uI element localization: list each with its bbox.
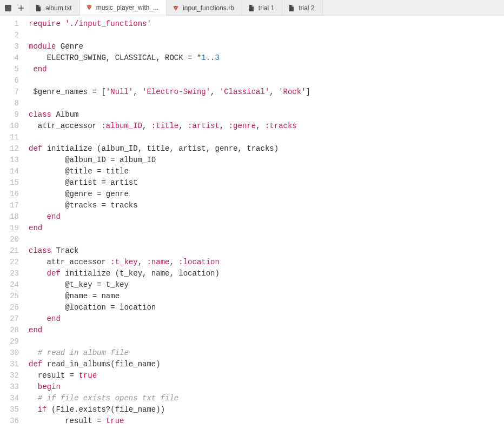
line-number: 21 — [5, 245, 19, 257]
token-kw: end — [47, 212, 61, 221]
code-line[interactable]: class Album — [29, 109, 504, 120]
token-at: @t_key — [65, 280, 92, 289]
tab-4[interactable]: trial 2 — [282, 0, 322, 16]
token-at: @location — [65, 303, 106, 312]
line-number: 11 — [5, 132, 19, 143]
ruby-icon — [85, 4, 93, 11]
code-line[interactable]: @artist = artist — [29, 177, 504, 189]
code-line[interactable]: end — [29, 211, 504, 223]
token-kw: def — [29, 144, 42, 153]
code-line[interactable]: begin — [29, 381, 504, 393]
code-line[interactable]: $genre_names = ['Null', 'Electro-Swing',… — [29, 86, 504, 98]
token-pl: , — [210, 88, 220, 96]
token-kw: if — [38, 405, 47, 414]
code-line[interactable]: attr_accessor :album_ID, :title, :artist… — [29, 120, 504, 132]
token-kw: require — [29, 19, 61, 28]
code-line[interactable]: end — [29, 64, 504, 75]
token-pl: = album_ID — [106, 156, 156, 164]
line-number: 15 — [5, 177, 19, 189]
code-line[interactable]: end — [29, 325, 504, 336]
code-line[interactable]: end — [29, 313, 504, 325]
code-line[interactable]: @title = title — [29, 166, 504, 177]
code-line[interactable]: @tracks = tracks — [29, 200, 504, 211]
code-line[interactable]: # if file exists opens txt file — [29, 393, 504, 404]
token-pl — [29, 269, 47, 278]
code-line[interactable]: ELECTRO_SWING, CLASSICAL, ROCK = *1..3 — [29, 52, 504, 64]
token-str: 'Electro-Swing' — [142, 88, 210, 96]
token-pl: (File.exists?(file_name)) — [47, 405, 165, 414]
code-line[interactable]: end — [29, 223, 504, 234]
line-number: 16 — [5, 189, 19, 200]
code-line[interactable]: def initialize (album_ID, title, artist,… — [29, 143, 504, 155]
token-pl — [42, 360, 47, 368]
code-line[interactable]: if (File.exists?(file_name)) — [29, 404, 504, 415]
menu-button[interactable] — [3, 3, 13, 13]
tab-3[interactable]: trial 1 — [242, 0, 282, 16]
line-number: 32 — [5, 370, 19, 381]
line-number: 34 — [5, 393, 19, 404]
token-const: true — [78, 371, 97, 380]
line-number: 7 — [5, 86, 19, 98]
token-str: 'Classical' — [220, 88, 269, 96]
token-pl: result = — [29, 417, 106, 425]
code-line[interactable] — [29, 234, 504, 245]
line-number: 13 — [5, 155, 19, 166]
new-tab-button[interactable] — [16, 3, 26, 13]
token-at: @artist — [65, 178, 97, 187]
code-editor[interactable]: 1234567891011121314151617181920212223242… — [0, 16, 504, 436]
token-at: @genre — [65, 190, 92, 198]
token-str: 'Rock' — [278, 88, 306, 96]
token-pl: result = — [29, 371, 78, 380]
token-sym: :name — [147, 258, 169, 266]
line-number: 1 — [5, 18, 19, 30]
code-line[interactable]: @genre = genre — [29, 189, 504, 200]
code-line[interactable]: attr_accessor :t_key, :name, :location — [29, 257, 504, 268]
token-pl — [29, 178, 65, 187]
token-sym: :genre — [229, 122, 256, 130]
token-sym: :title — [151, 122, 178, 130]
line-number: 9 — [5, 109, 19, 120]
code-line[interactable] — [29, 132, 504, 143]
line-number: 20 — [5, 234, 19, 245]
code-line[interactable] — [29, 30, 504, 41]
token-pl: = title — [92, 167, 129, 176]
code-line[interactable]: # read in album file — [29, 347, 504, 359]
tab-2[interactable]: input_functions.rb — [167, 0, 242, 16]
tab-0[interactable]: album.txt — [29, 0, 80, 16]
tabs-container: album.txtmusic_player_with_...input_func… — [29, 0, 504, 16]
code-line[interactable]: result = true — [29, 415, 504, 427]
code-line[interactable] — [29, 75, 504, 86]
line-number: 31 — [5, 359, 19, 370]
token-kw: def — [47, 269, 61, 278]
token-pl: $genre_names = [ — [29, 88, 106, 96]
code-line[interactable]: @album_ID = album_ID — [29, 155, 504, 166]
tab-label: trial 1 — [258, 4, 274, 12]
token-kw: end — [33, 65, 47, 73]
code-line[interactable]: @t_key = t_key — [29, 279, 504, 291]
token-kw: def — [29, 360, 42, 368]
token-at: @name — [65, 292, 88, 300]
token-pl: , — [142, 122, 151, 130]
code-line[interactable]: require './input_functions' — [29, 18, 504, 30]
code-line[interactable]: module Genre — [29, 41, 504, 52]
code-line[interactable]: def read_in_albums(file_name) — [29, 359, 504, 370]
tab-label: trial 2 — [299, 4, 314, 12]
code-line[interactable]: result = true — [29, 370, 504, 381]
token-kw: begin — [38, 383, 61, 391]
code-line[interactable]: @name = name — [29, 291, 504, 302]
code-line[interactable] — [29, 98, 504, 109]
token-pl: (album_ID, title, artist, genre, tracks) — [92, 144, 278, 153]
line-number: 14 — [5, 166, 19, 177]
code-area[interactable]: require './input_functions' module Genre… — [24, 16, 504, 436]
code-line[interactable] — [29, 336, 504, 347]
line-number: 33 — [5, 381, 19, 393]
token-pl: , — [178, 122, 188, 130]
token-pl: , — [138, 258, 147, 266]
tab-1[interactable]: music_player_with_... — [80, 0, 167, 16]
token-pl: (file_name) — [110, 360, 160, 368]
code-line[interactable]: @location = location — [29, 302, 504, 313]
code-line[interactable]: class Track — [29, 245, 504, 257]
code-line[interactable]: def initialize (t_key, name, location) — [29, 268, 504, 279]
token-cls: Album — [56, 110, 78, 119]
tab-label: album.txt — [45, 4, 72, 12]
